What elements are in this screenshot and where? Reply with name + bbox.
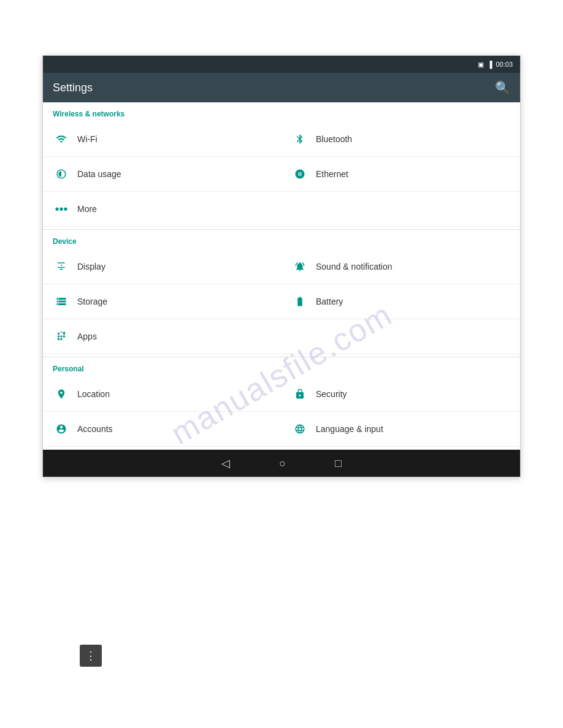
ethernet-label: Ethernet [316,169,348,179]
settings-item-location[interactable]: Location [43,377,282,412]
sound-icon [291,258,308,275]
status-time: 00:03 [496,61,513,68]
nav-bar: ◁ ○ □ [43,450,520,477]
wireless-grid: Wi-Fi Bluetooth Data usage [43,122,520,227]
security-icon [291,385,308,403]
personal-grid: Location Security Accounts [43,377,520,447]
settings-item-ethernet[interactable]: Ethernet [282,157,520,192]
more-options-button[interactable]: ⋮ [80,645,102,667]
settings-item-sound[interactable]: Sound & notification [282,249,520,284]
settings-item-language[interactable]: Language & input [282,412,520,447]
location-label: Location [77,389,110,399]
data-usage-label: Data usage [77,169,121,179]
settings-content: Wireless & networks Wi-Fi Bluetooth [43,102,520,450]
svg-point-0 [61,265,62,266]
apps-icon [53,328,70,345]
home-button[interactable]: ○ [279,457,286,470]
settings-item-apps[interactable]: Apps [43,319,520,354]
more-options-icon: ⋮ [85,649,97,662]
settings-item-wifi[interactable]: Wi-Fi [43,122,282,157]
signal-icon: ▐ [488,61,492,68]
settings-item-data-usage[interactable]: Data usage [43,157,282,192]
security-label: Security [316,389,347,399]
storage-label: Storage [77,297,107,306]
section-header-wireless: Wireless & networks [43,102,520,122]
accounts-label: Accounts [77,424,113,434]
recents-button[interactable]: □ [335,457,342,470]
battery-label: Battery [316,297,343,306]
more-label: More [77,204,97,214]
display-icon [53,258,70,275]
status-bar: ▣ ▐ 00:03 [43,56,520,73]
section-device: Device Display Sound & notification [43,230,520,357]
section-wireless-networks: Wireless & networks Wi-Fi Bluetooth [43,102,520,230]
device-grid: Display Sound & notification Storage [43,249,520,354]
settings-item-accounts[interactable]: Accounts [43,412,282,447]
location-icon [53,385,70,403]
wifi-label: Wi-Fi [77,134,98,144]
accounts-icon [53,420,70,438]
back-button[interactable]: ◁ [221,457,230,470]
section-header-personal: Personal [43,357,520,377]
section-personal: Personal Location Security [43,357,520,450]
sound-label: Sound & notification [316,262,393,271]
bluetooth-icon [291,131,308,148]
language-icon [291,420,308,438]
settings-item-bluetooth[interactable]: Bluetooth [282,122,520,157]
settings-item-storage[interactable]: Storage [43,284,282,319]
more-horiz-icon: ••• [53,200,70,218]
data-usage-icon [53,165,70,183]
app-bar: Settings 🔍 [43,73,520,102]
battery-icon: ▣ [478,61,484,69]
app-bar-title: Settings [53,82,93,94]
settings-item-display[interactable]: Display [43,249,282,284]
settings-item-battery[interactable]: Battery [282,284,520,319]
tablet-frame: ▣ ▐ 00:03 Settings 🔍 Wireless & networks… [42,55,521,477]
display-label: Display [77,262,105,271]
battery-settings-icon [291,293,308,310]
storage-icon [53,293,70,310]
wifi-icon [53,131,70,148]
search-icon[interactable]: 🔍 [495,80,510,95]
language-label: Language & input [316,424,383,434]
settings-item-security[interactable]: Security [282,377,520,412]
settings-item-more[interactable]: ••• More [43,192,520,227]
bluetooth-label: Bluetooth [316,134,352,144]
apps-label: Apps [77,332,97,341]
section-header-device: Device [43,230,520,249]
ethernet-icon [291,165,308,183]
